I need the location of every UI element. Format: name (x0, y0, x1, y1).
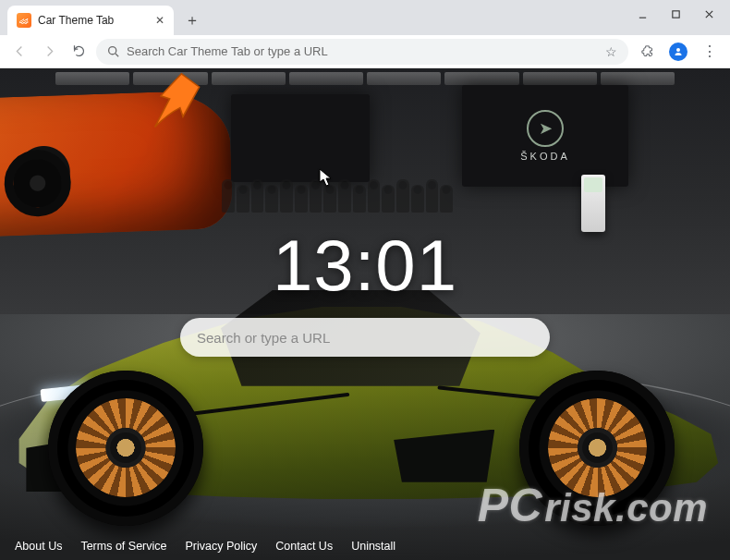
footer-link-terms[interactable]: Terms of Service (80, 540, 166, 553)
brand-name: ŠKODA (520, 151, 570, 162)
profile-avatar-icon (669, 43, 687, 61)
hero-car (5, 275, 725, 516)
car-wheel-rear (519, 371, 675, 526)
footer-links: About Us Terms of Service Privacy Policy… (0, 532, 730, 560)
omnibox[interactable]: Search Car Theme Tab or type a URL ☆ (96, 39, 628, 65)
brand-logo-icon: ➤ (527, 110, 564, 147)
tab-favicon-icon: 🏎 (17, 13, 31, 28)
browser-tab[interactable]: 🏎 Car Theme Tab ✕ (7, 6, 174, 35)
car-wheel-front (48, 371, 203, 526)
search-icon (107, 45, 119, 57)
svg-point-4 (109, 47, 116, 55)
backdrop-panel (231, 94, 370, 182)
nav-back-button[interactable] (7, 40, 31, 64)
window-titlebar: 🏎 Car Theme Tab ✕ ＋ (0, 0, 730, 35)
clock-display: 13:01 (273, 224, 457, 308)
profile-button[interactable] (665, 39, 691, 65)
window-close-button[interactable] (693, 4, 724, 24)
crowd-silhouette (0, 179, 730, 216)
background-scene: ➤ ŠKODA (0, 68, 730, 560)
nav-forward-button[interactable] (37, 40, 61, 64)
footer-link-uninstall[interactable]: Uninstall (351, 540, 395, 553)
browser-toolbar: Search Car Theme Tab or type a URL ☆ ⋮ (0, 35, 730, 68)
omnibox-placeholder: Search Car Theme Tab or type a URL (127, 44, 328, 58)
tab-title: Car Theme Tab (38, 14, 114, 27)
mouse-cursor-icon (319, 168, 332, 187)
kebab-menu-button[interactable]: ⋮ (697, 39, 723, 65)
tab-close-icon[interactable]: ✕ (155, 14, 164, 27)
new-tab-button[interactable]: ＋ (179, 7, 205, 33)
bookmark-star-icon[interactable]: ☆ (605, 44, 617, 59)
svg-line-5 (116, 54, 118, 56)
newtab-content: ➤ ŠKODA 13:01 Search or ty (0, 68, 730, 560)
newtab-search-placeholder: Search or type a URL (197, 330, 330, 346)
newtab-search-input[interactable]: Search or type a URL (180, 318, 550, 357)
nav-reload-button[interactable] (67, 40, 91, 64)
footer-link-contact[interactable]: Contact Us (275, 540, 333, 553)
window-minimize-button[interactable] (627, 4, 658, 24)
footer-link-about[interactable]: About Us (15, 540, 62, 553)
extensions-button[interactable] (634, 39, 660, 65)
svg-rect-1 (672, 10, 678, 17)
window-maximize-button[interactable] (660, 4, 691, 24)
footer-link-privacy[interactable]: Privacy Policy (186, 540, 258, 553)
window-controls (627, 4, 724, 24)
backdrop-brand-panel: ➤ ŠKODA (462, 85, 628, 187)
